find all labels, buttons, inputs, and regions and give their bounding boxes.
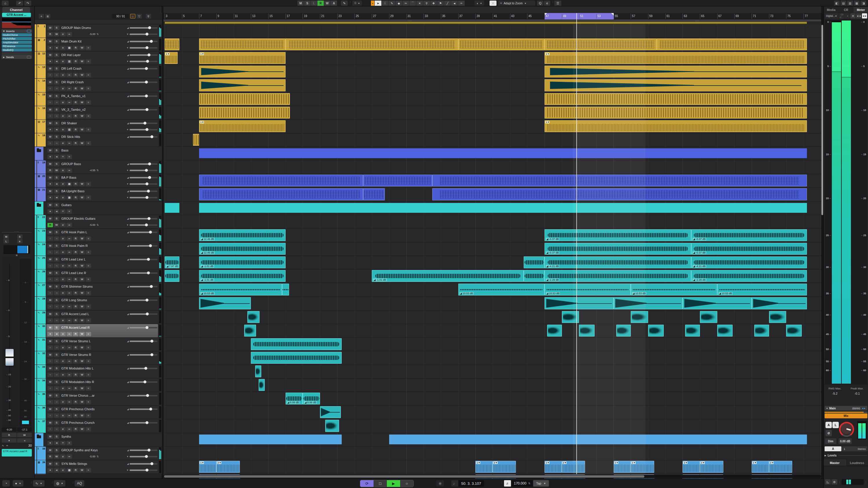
event-clip[interactable]: 1 ▾ bbox=[683, 461, 700, 473]
track-row[interactable]: ⫴1MSGROUP Main Drums◢RWe∞-5.00⇅▼ bbox=[35, 24, 162, 38]
event-clip[interactable] bbox=[199, 93, 290, 105]
bypass-inserts-button[interactable]: ∞ bbox=[66, 100, 72, 105]
fader-cap[interactable] bbox=[5, 349, 13, 366]
tempo-value[interactable]: 170.000⇅ bbox=[512, 480, 533, 487]
bypass-inserts-button[interactable]: ∞ bbox=[66, 427, 72, 431]
window-layout-icon-0[interactable]: ◧ bbox=[834, 1, 840, 6]
mute-button[interactable]: M bbox=[48, 39, 53, 44]
write-automation-button[interactable]: W bbox=[54, 32, 59, 36]
pan-slider[interactable] bbox=[130, 34, 157, 35]
event-clip[interactable]: ◢ 7.97 dB bbox=[165, 256, 179, 268]
event-clip[interactable] bbox=[754, 325, 769, 336]
record-enable-button[interactable]: ● bbox=[48, 441, 53, 445]
sends-section-header[interactable]: ► Sends bbox=[1, 55, 32, 59]
monitor-button[interactable]: ◄ bbox=[54, 318, 59, 323]
record-enable-button[interactable]: ● bbox=[48, 304, 53, 309]
lane-display-button[interactable]: ≡ bbox=[86, 332, 91, 336]
monitor-a-button[interactable]: A bbox=[825, 446, 841, 451]
write-automation-button[interactable]: W bbox=[79, 100, 85, 105]
read-automation-button[interactable]: R bbox=[73, 250, 79, 254]
loop-number-badge[interactable]: 2 ▾ bbox=[217, 461, 221, 464]
event-clip[interactable] bbox=[199, 148, 807, 158]
pan-slider[interactable] bbox=[130, 183, 157, 185]
record-enable-button[interactable]: ● bbox=[48, 372, 53, 377]
horizontal-scrollbar[interactable] bbox=[163, 475, 821, 478]
track-row[interactable]: ∿16MSVK_3_Tambo_v2◢●◄e∞RW≡ bbox=[35, 106, 162, 120]
read-automation-button[interactable]: R bbox=[73, 46, 79, 50]
edit-channel-button[interactable]: e bbox=[60, 400, 66, 404]
zoom-tool[interactable]: ⚲ bbox=[423, 1, 430, 6]
event-clip[interactable] bbox=[165, 38, 179, 50]
event-clip[interactable] bbox=[251, 338, 341, 350]
edit-channel-button[interactable]: e bbox=[60, 304, 66, 309]
read-automation-button[interactable]: R bbox=[73, 195, 79, 200]
track-row[interactable]: ▦20MSBA P Bass◢●◄e▦RW≡▼ bbox=[35, 174, 162, 188]
solo-button[interactable]: S bbox=[54, 244, 59, 248]
volume-slider[interactable] bbox=[130, 123, 157, 124]
mute-button[interactable]: M bbox=[48, 407, 53, 412]
pan-slider[interactable] bbox=[130, 170, 157, 171]
read-automation-button[interactable]: R bbox=[73, 264, 79, 268]
event-clip[interactable] bbox=[247, 311, 259, 323]
auto-quantize-button[interactable]: AQ bbox=[75, 480, 84, 487]
track-row[interactable]: ∿35MSGTR Verse Chorus ...ar◢●◄e∞RW≡ bbox=[35, 392, 162, 405]
event-clip[interactable] bbox=[199, 203, 807, 213]
write-automation-button[interactable]: W bbox=[54, 168, 59, 172]
solo-button[interactable]: S bbox=[54, 448, 59, 452]
metronome-button[interactable]: ◔ bbox=[2, 480, 10, 487]
event-clip[interactable] bbox=[700, 311, 717, 323]
lane-display-button[interactable]: ≡ bbox=[86, 73, 91, 77]
lane-display-button[interactable]: ≡ bbox=[86, 46, 91, 50]
channel-name-button[interactable]: GTR Accent ... bbox=[2, 13, 31, 17]
lane-display-button[interactable]: ≡ bbox=[86, 359, 91, 363]
control-room-level-knob[interactable] bbox=[839, 422, 854, 437]
lane-display-button[interactable]: ≡ bbox=[86, 414, 91, 418]
edit-channel-button[interactable]: e bbox=[60, 223, 66, 227]
record-enable-button[interactable]: ● bbox=[48, 277, 53, 282]
filter-track-types-button[interactable]: ▽ bbox=[136, 14, 142, 19]
mute-button[interactable]: M bbox=[48, 257, 53, 262]
solo-button[interactable]: S bbox=[54, 162, 59, 166]
split-tool[interactable]: ✂ bbox=[402, 1, 409, 6]
global-a-button[interactable]: A bbox=[331, 1, 337, 6]
window-layout-icon-2[interactable]: ▥ bbox=[847, 1, 853, 6]
bypass-inserts-button[interactable]: ∞ bbox=[66, 414, 72, 418]
mute-button[interactable]: M bbox=[48, 203, 53, 207]
event-clip[interactable] bbox=[199, 66, 285, 77]
edit-channel-button[interactable]: e bbox=[60, 332, 66, 336]
lane-display-button[interactable]: ≡ bbox=[86, 100, 91, 105]
erase-tool[interactable]: ◆ bbox=[396, 1, 402, 6]
edit-channel-button[interactable]: e bbox=[60, 114, 66, 118]
event-clip[interactable] bbox=[458, 38, 545, 50]
bypass-inserts-button[interactable]: ∞ bbox=[66, 236, 72, 241]
folder-row-synths[interactable]: MSSynths●◄=≈ bbox=[35, 433, 162, 447]
peak-value[interactable]: -17.1 bbox=[17, 427, 32, 432]
write-automation-button[interactable]: W bbox=[79, 318, 85, 323]
auto-follow-dropdown[interactable]: ⍗ ▼ bbox=[352, 1, 362, 6]
monitor-button[interactable]: ◄ bbox=[54, 414, 59, 418]
automation-button[interactable]: ✎ bbox=[341, 1, 348, 6]
mute-button[interactable]: M bbox=[48, 135, 53, 139]
event-clip[interactable]: ◢ -1.01 dB bbox=[199, 270, 285, 282]
write-automation-button[interactable]: W bbox=[79, 264, 85, 268]
volume-slider[interactable] bbox=[130, 109, 157, 110]
edit-button[interactable]: e bbox=[544, 1, 550, 6]
read-automation-button[interactable]: R bbox=[73, 73, 79, 77]
record-enable-button[interactable]: ● bbox=[48, 100, 53, 105]
volume-slider[interactable] bbox=[130, 381, 157, 383]
channel-monitor-button[interactable]: ◄ bbox=[17, 438, 32, 443]
volume-slider[interactable] bbox=[130, 191, 157, 192]
read-automation-button[interactable]: R bbox=[73, 304, 79, 309]
record-enable-button[interactable]: ● bbox=[48, 128, 53, 132]
volume-slider[interactable] bbox=[130, 314, 157, 315]
track-row[interactable]: ∿27MSGTR Shimmer Strums◢●◄e∞RW≡ bbox=[35, 283, 162, 297]
bypass-inserts-button[interactable]: ∞ bbox=[66, 114, 72, 118]
record-enable-button[interactable]: ● bbox=[48, 468, 53, 473]
mute-button[interactable]: M bbox=[48, 244, 53, 248]
channel-s-button[interactable]: S bbox=[17, 234, 23, 239]
lane-display-button[interactable]: ≡ bbox=[86, 128, 91, 132]
track-row[interactable]: ∿31MSGTR Verse Strums L◢●◄e∞RW≡ bbox=[35, 338, 162, 351]
event-clip[interactable]: 1 ▾ bbox=[545, 461, 562, 473]
read-automation-button[interactable]: R bbox=[73, 400, 79, 404]
window-layout-icon-1[interactable]: ▤ bbox=[840, 1, 846, 6]
